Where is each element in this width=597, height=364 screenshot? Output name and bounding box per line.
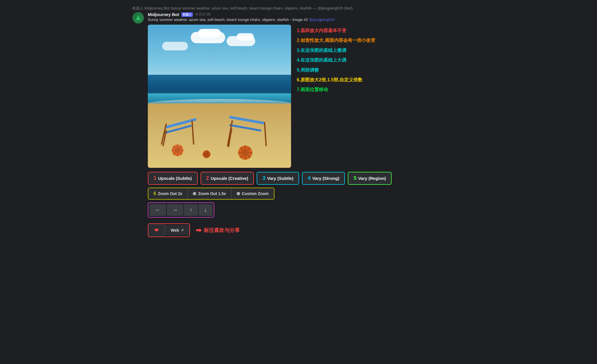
zoom-out-1-5x-button[interactable]: Zoom Out 1.5x — [188, 188, 231, 199]
vary-strong-button[interactable]: 4 Vary (Strong) — [302, 172, 345, 185]
custom-zoom-button[interactable]: Custom Zoom — [231, 188, 274, 199]
arrow-up-button[interactable]: ↑ — [184, 204, 198, 216]
annotation-5: 5.局部调整 — [297, 67, 465, 73]
cloud-5 — [162, 42, 188, 50]
message-header: Midjourney Bot 机器人 今天17:06 — [148, 12, 465, 17]
share-label: 标注喜欢与分享 — [204, 227, 240, 234]
image-description: Sunny summer weather, azure sea, soft be… — [148, 17, 465, 22]
timestamp: 今天17:06 — [195, 12, 211, 17]
annotation-6: 6.原图放大2倍,1.5部,自定义倍数 — [297, 77, 465, 83]
zoom-out-2x-button[interactable]: 6 Zoom Out 2x — [148, 188, 188, 199]
annotation-3: 3.在这张图的基础上微调 — [297, 47, 465, 54]
heart-button[interactable]: ❤ — [148, 224, 165, 237]
annotations-area: 1.温和放大内容基本不变 2.创造性放大,画面内容会有一些小改变 3.在这张图的… — [297, 25, 465, 168]
svg-line-10 — [265, 122, 266, 146]
web-button[interactable]: Web ↗ — [165, 225, 189, 235]
svg-rect-7 — [229, 116, 264, 124]
arrow-right-button[interactable]: → — [167, 204, 183, 216]
svg-line-5 — [192, 120, 194, 144]
vary-subtle-button[interactable]: 3 Vary (Subtle) — [257, 172, 299, 185]
annotation-4: 4.在这张图的基础上大调 — [297, 57, 465, 63]
bottom-actions-row: ❤ Web ↗ ➡ 标注喜欢与分享 — [148, 223, 465, 237]
content-area: 1.温和放大内容基本不变 2.创造性放大,画面内容会有一些小改变 3.在这张图的… — [148, 25, 465, 168]
upscale-creative-button[interactable]: 2 Upscale (Creative) — [201, 172, 254, 185]
zoom-row-container: 6 Zoom Out 2x Zoom Out 1.5x Custom Zoom — [148, 188, 465, 200]
annotation-2: 2.创造性放大,画面内容会有一些小改变 — [297, 37, 465, 44]
cloud-2 — [198, 29, 221, 38]
bot-badge: 机器人 — [181, 12, 193, 17]
mention: @jiangjiang520 — [309, 17, 335, 22]
beach-scene-svg — [155, 96, 284, 161]
upscale-vary-buttons: 1 Upscale (Subtle) 2 Upscale (Creative) … — [148, 172, 465, 185]
heart-web-group: ❤ Web ↗ — [148, 223, 190, 237]
direction-buttons-group: ← → ↑ ↓ — [148, 202, 214, 218]
share-annotation: ➡ 标注喜欢与分享 — [196, 226, 240, 234]
annotation-7: 7.画面位置移动 — [297, 86, 465, 93]
annotation-1: 1.温和放大内容基本不变 — [297, 27, 465, 34]
generated-image — [148, 25, 291, 168]
upscale-subtle-button[interactable]: 1 Upscale (Subtle) — [148, 172, 198, 185]
arrow-left-button[interactable]: ← — [150, 204, 166, 216]
vary-region-button[interactable]: 5 Vary (Region) — [348, 172, 392, 185]
top-notice: 机器人 Midjourney Bot Sunny summer weather,… — [132, 6, 465, 11]
bot-name: Midjourney Bot — [148, 12, 179, 17]
svg-rect-8 — [229, 124, 261, 131]
radio-dot-2 — [237, 192, 240, 195]
external-link-icon: ↗ — [181, 228, 184, 232]
radio-dot-1 — [193, 192, 196, 195]
cloud-4 — [237, 33, 254, 40]
zoom-buttons-group: 6 Zoom Out 2x Zoom Out 1.5x Custom Zoom — [148, 188, 274, 200]
bot-avatar — [132, 12, 144, 23]
arrow-right-icon: ➡ — [196, 226, 201, 234]
arrow-down-button[interactable]: ↓ — [199, 204, 213, 216]
